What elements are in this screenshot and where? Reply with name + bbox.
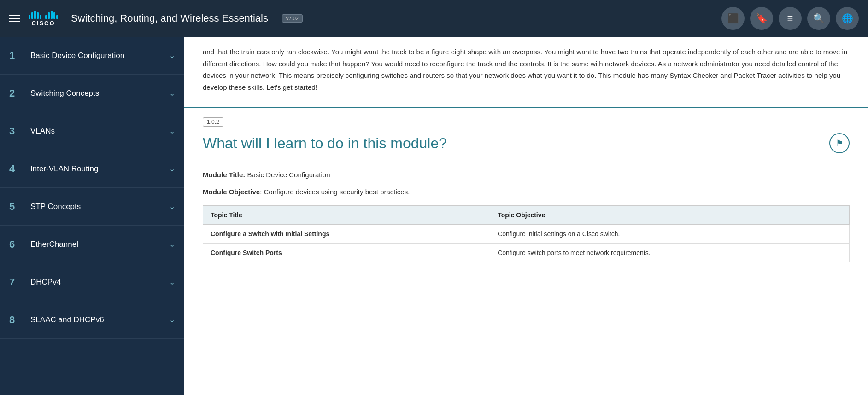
sidebar-item-8-label: SLAAC and DHCPv6 [30, 315, 169, 325]
sidebar-item-vlans[interactable]: 3 VLANs ⌄ [0, 112, 184, 150]
list-icon-button[interactable]: ≡ [779, 7, 802, 30]
app-title: Switching, Routing, and Wireless Essenti… [71, 12, 268, 24]
sidebar-item-1-number: 1 [9, 50, 23, 62]
sidebar-item-8-number: 8 [9, 314, 23, 326]
sidebar-item-5-number: 5 [9, 201, 23, 213]
sidebar-item-stp[interactable]: 5 STP Concepts ⌄ [0, 188, 184, 226]
sidebar-item-7-label: DHCPv4 [30, 278, 169, 287]
chevron-down-icon: ⌄ [169, 278, 175, 286]
cisco-bars [29, 11, 58, 19]
table-row: Configure Switch PortsConfigure switch p… [203, 244, 850, 262]
version-tag-container: 1.0.2 [203, 117, 850, 133]
cisco-logo: CISCO [29, 11, 58, 27]
chevron-down-icon: ⌄ [169, 51, 175, 60]
cisco-text: CISCO [31, 20, 55, 27]
version-tag: 1.0.2 [203, 117, 223, 127]
bookmark-icon: 🔖 [756, 13, 768, 24]
search-icon: 🔍 [813, 13, 825, 24]
module-title-label: Module Title: [203, 171, 245, 179]
module-heading: What will I learn to do in this module? [203, 135, 829, 152]
search-icon-button[interactable]: 🔍 [807, 7, 830, 30]
screen-icon: ⬛ [727, 13, 739, 24]
sidebar-item-2-number: 2 [9, 87, 23, 99]
sidebar-item-basic-device-config[interactable]: 1 Basic Device Configuration ⌄ [0, 37, 184, 75]
hamburger-button[interactable] [9, 15, 20, 22]
list-icon: ≡ [787, 12, 793, 24]
body-layout: 1 Basic Device Configuration ⌄ 2 Switchi… [0, 37, 868, 395]
module-title-line: Module Title: Basic Device Configuration [203, 168, 850, 181]
sidebar-item-1-label: Basic Device Configuration [30, 51, 169, 60]
sidebar-item-dhcpv4[interactable]: 7 DHCPv4 ⌄ [0, 263, 184, 301]
chevron-down-icon: ⌄ [169, 202, 175, 211]
chevron-down-icon: ⌄ [169, 315, 175, 324]
bookmark-circle-button[interactable]: ⚑ [829, 133, 850, 153]
header-icons: ⬛ 🔖 ≡ 🔍 🌐 [721, 7, 859, 30]
module-heading-row: What will I learn to do in this module? … [203, 133, 850, 153]
module-objective-line: Module Objective: Configure devices usin… [203, 186, 850, 198]
topic-title-cell: Configure Switch Ports [203, 244, 490, 262]
sidebar-item-6-number: 6 [9, 238, 23, 250]
module-title-row: Module Title: Basic Device Configuration [203, 168, 850, 181]
module-objective-value: : Configure devices using security best … [260, 188, 410, 196]
module-title-value: Basic Device Configuration [247, 171, 330, 179]
module-objective-label: Module Objective [203, 188, 260, 196]
sidebar-item-3-number: 3 [9, 125, 23, 137]
topic-objective-cell: Configure initial settings on a Cisco sw… [490, 225, 850, 244]
chevron-down-icon: ⌄ [169, 240, 175, 249]
screen-icon-button[interactable]: ⬛ [721, 7, 745, 30]
intro-paragraph: and that the train cars only ran clockwi… [203, 46, 850, 93]
topic-table: Topic Title Topic Objective Configure a … [203, 205, 850, 262]
sidebar-item-4-label: Inter-VLAN Routing [30, 164, 169, 174]
sidebar-item-5-label: STP Concepts [30, 202, 169, 211]
bookmark-icon-button[interactable]: 🔖 [750, 7, 773, 30]
topic-table-body: Configure a Switch with Initial Settings… [203, 225, 850, 262]
module-section: 1.0.2 What will I learn to do in this mo… [184, 108, 868, 276]
sidebar-item-etherchannel[interactable]: 6 EtherChannel ⌄ [0, 226, 184, 263]
globe-icon: 🌐 [842, 13, 853, 24]
sidebar-item-7-number: 7 [9, 276, 23, 288]
chevron-down-icon: ⌄ [169, 89, 175, 98]
topic-title-cell: Configure a Switch with Initial Settings [203, 225, 490, 244]
main-content: and that the train cars only ran clockwi… [184, 37, 868, 395]
chevron-down-icon: ⌄ [169, 127, 175, 135]
intro-section: and that the train cars only ran clockwi… [184, 37, 868, 107]
sidebar-item-slaac-dhcpv6[interactable]: 8 SLAAC and DHCPv6 ⌄ [0, 301, 184, 339]
header-left: CISCO Switching, Routing, and Wireless E… [9, 11, 303, 27]
topic-objective-cell: Configure switch ports to meet network r… [490, 244, 850, 262]
sidebar-item-6-label: EtherChannel [30, 240, 169, 249]
col-topic-title-header: Topic Title [203, 206, 490, 225]
module-objective-row: Module Objective: Configure devices usin… [203, 186, 850, 198]
module-divider [203, 161, 850, 161]
sidebar-item-2-label: Switching Concepts [30, 89, 169, 98]
sidebar-item-inter-vlan[interactable]: 4 Inter-VLAN Routing ⌄ [0, 150, 184, 188]
chevron-down-icon: ⌄ [169, 164, 175, 173]
col-topic-objective-header: Topic Objective [490, 206, 850, 225]
bookmark-flag-icon: ⚑ [836, 138, 843, 148]
sidebar-item-switching-concepts[interactable]: 2 Switching Concepts ⌄ [0, 75, 184, 112]
app-header: CISCO Switching, Routing, and Wireless E… [0, 0, 868, 37]
table-row: Configure a Switch with Initial Settings… [203, 225, 850, 244]
sidebar: 1 Basic Device Configuration ⌄ 2 Switchi… [0, 37, 184, 395]
globe-icon-button[interactable]: 🌐 [836, 7, 859, 30]
version-badge: v7.02 [282, 14, 303, 23]
sidebar-item-3-label: VLANs [30, 127, 169, 136]
table-header-row: Topic Title Topic Objective [203, 206, 850, 225]
sidebar-item-4-number: 4 [9, 163, 23, 175]
